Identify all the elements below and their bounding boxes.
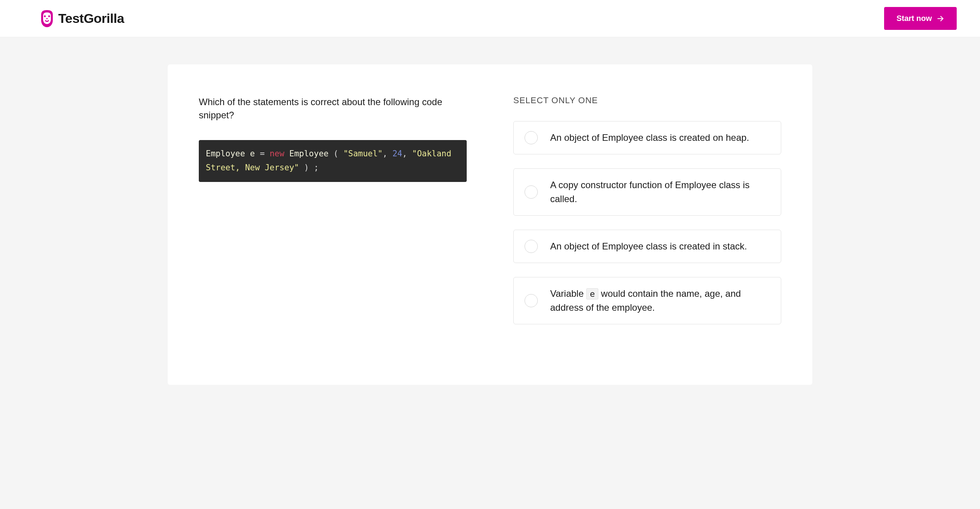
answer-option-3[interactable]: Variable e would contain the name, age, … bbox=[513, 277, 781, 324]
radio-button[interactable] bbox=[525, 294, 538, 307]
answer-text: An object of Employee class is created o… bbox=[550, 131, 749, 145]
page-container: Which of the statements is correct about… bbox=[129, 64, 851, 408]
select-instruction: SELECT ONLY ONE bbox=[513, 95, 781, 106]
svg-point-2 bbox=[46, 18, 48, 19]
svg-point-0 bbox=[44, 15, 46, 17]
site-header: TestGorilla Start now bbox=[0, 0, 980, 37]
start-now-label: Start now bbox=[897, 14, 932, 23]
brand-name: TestGorilla bbox=[58, 11, 124, 26]
options-list: An object of Employee class is created o… bbox=[513, 121, 781, 324]
radio-button[interactable] bbox=[525, 240, 538, 253]
inline-code: e bbox=[586, 288, 598, 300]
svg-point-1 bbox=[48, 15, 50, 17]
question-card: Which of the statements is correct about… bbox=[168, 64, 812, 385]
radio-button[interactable] bbox=[525, 131, 538, 144]
question-pane: Which of the statements is correct about… bbox=[199, 95, 467, 338]
answer-option-0[interactable]: An object of Employee class is created o… bbox=[513, 121, 781, 154]
answer-text: A copy constructor function of Employee … bbox=[550, 178, 770, 206]
answers-pane: SELECT ONLY ONE An object of Employee cl… bbox=[513, 95, 781, 338]
answer-option-1[interactable]: A copy constructor function of Employee … bbox=[513, 168, 781, 216]
radio-button[interactable] bbox=[525, 185, 538, 199]
start-now-button[interactable]: Start now bbox=[884, 7, 957, 30]
answer-text: Variable e would contain the name, age, … bbox=[550, 287, 770, 315]
arrow-right-icon bbox=[937, 15, 944, 23]
brand-logo: TestGorilla bbox=[39, 9, 124, 28]
gorilla-icon bbox=[39, 9, 55, 28]
answer-option-2[interactable]: An object of Employee class is created i… bbox=[513, 230, 781, 263]
answer-text: An object of Employee class is created i… bbox=[550, 239, 747, 253]
question-prompt: Which of the statements is correct about… bbox=[199, 95, 467, 121]
code-snippet: Employee e = new Employee ( "Samuel", 24… bbox=[199, 140, 467, 182]
